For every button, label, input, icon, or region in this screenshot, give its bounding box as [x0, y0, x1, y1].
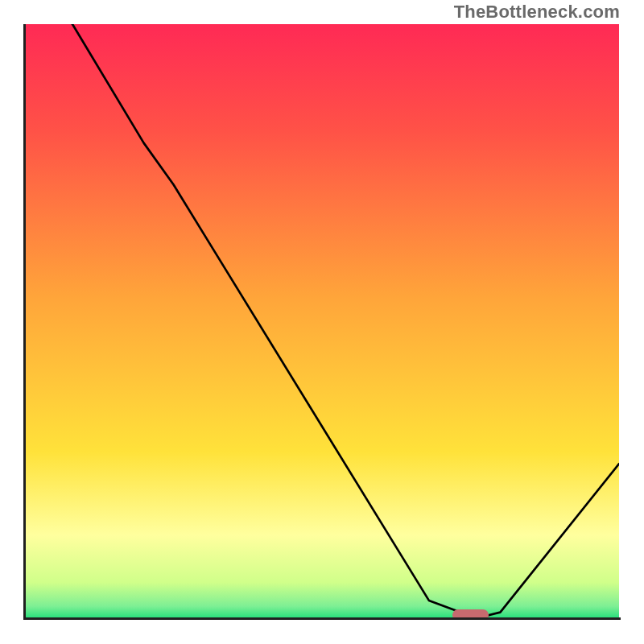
watermark-text: TheBottleneck.com	[454, 2, 620, 23]
x-axis	[23, 617, 621, 620]
plot-area	[25, 24, 619, 618]
bottleneck-curve	[25, 24, 619, 618]
chart-container: { "watermark": "TheBottleneck.com", "col…	[0, 0, 644, 644]
y-axis	[23, 24, 26, 620]
